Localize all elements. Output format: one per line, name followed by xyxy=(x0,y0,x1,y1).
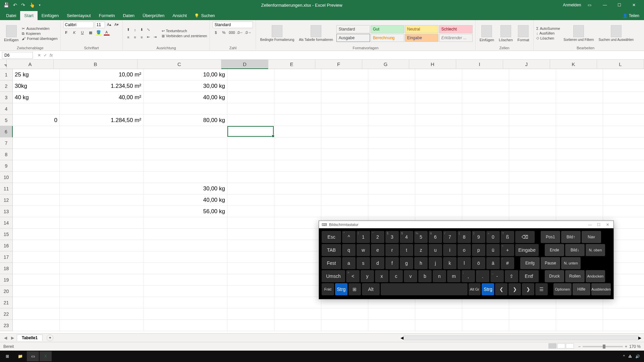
cell[interactable] xyxy=(227,194,274,206)
osk-key[interactable]: o xyxy=(458,244,471,256)
osk-key[interactable]: 8( xyxy=(458,231,471,243)
touch-icon[interactable]: 👆 xyxy=(29,2,35,8)
cell[interactable] xyxy=(227,308,274,320)
osk-key[interactable]: Optionen xyxy=(553,283,572,295)
cell[interactable] xyxy=(603,149,644,160)
cell[interactable] xyxy=(415,183,462,194)
cell[interactable] xyxy=(274,206,321,217)
insert-cells-button[interactable]: Einfügen xyxy=(478,24,495,43)
osk-key[interactable]: Einfg xyxy=(520,257,540,269)
cell[interactable] xyxy=(556,69,603,80)
osk-key[interactable]: ^° xyxy=(342,231,356,243)
cell[interactable] xyxy=(60,286,144,297)
cancel-formula-icon[interactable]: ✕ xyxy=(38,53,41,58)
cell[interactable] xyxy=(227,286,274,297)
style-standard[interactable]: Standard xyxy=(336,25,370,33)
cell[interactable] xyxy=(415,126,462,137)
cell[interactable] xyxy=(462,126,509,137)
osk-key[interactable]: c xyxy=(389,270,403,282)
cell[interactable] xyxy=(368,308,415,320)
osk-key[interactable]: 1! xyxy=(357,231,370,243)
osk-key[interactable]: w xyxy=(357,244,370,256)
cell[interactable] xyxy=(274,274,321,286)
osk-key[interactable]: ❯ xyxy=(508,283,521,295)
cell[interactable] xyxy=(603,194,644,206)
cell[interactable] xyxy=(321,92,368,103)
cell[interactable] xyxy=(274,320,321,331)
select-all-corner[interactable] xyxy=(0,60,7,69)
row-header[interactable]: 22 xyxy=(0,308,13,320)
task-app[interactable]: ▭ xyxy=(27,351,39,361)
cell[interactable] xyxy=(556,80,603,92)
cell[interactable] xyxy=(144,149,227,160)
cell[interactable] xyxy=(274,115,321,126)
row-header[interactable]: 14 xyxy=(0,217,13,229)
zoom-slider[interactable] xyxy=(583,346,623,347)
new-sheet-button[interactable]: + xyxy=(47,335,53,341)
formula-input[interactable] xyxy=(55,52,644,58)
cell[interactable] xyxy=(60,217,144,229)
tab-ansicht[interactable]: Ansicht xyxy=(168,11,191,20)
format-cells-button[interactable]: Format xyxy=(516,24,531,43)
cell[interactable] xyxy=(556,308,603,320)
cell[interactable] xyxy=(509,183,556,194)
row-header[interactable]: 7 xyxy=(0,137,13,149)
cell[interactable] xyxy=(603,308,644,320)
cell[interactable] xyxy=(144,297,227,308)
cell[interactable] xyxy=(509,80,556,92)
osk-key[interactable]: e xyxy=(371,244,384,256)
align-left-icon[interactable]: ≡ xyxy=(125,34,131,40)
cell[interactable] xyxy=(13,263,60,274)
cell[interactable] xyxy=(368,103,415,115)
row-header[interactable]: 23 xyxy=(0,320,13,331)
align-center-icon[interactable]: ≡ xyxy=(132,34,138,40)
cell[interactable] xyxy=(321,80,368,92)
cell[interactable] xyxy=(13,320,60,331)
cell[interactable] xyxy=(60,149,144,160)
osk-key[interactable]: Pause xyxy=(541,257,560,269)
style-eingabe[interactable]: Eingabe xyxy=(405,34,438,42)
font-color-button[interactable]: A xyxy=(104,29,110,36)
cell[interactable]: 0 xyxy=(13,115,60,126)
cell[interactable] xyxy=(603,69,644,80)
cell[interactable] xyxy=(13,251,60,263)
row-header[interactable]: 4 xyxy=(0,103,13,115)
cell[interactable] xyxy=(227,160,274,172)
cell[interactable] xyxy=(556,172,603,183)
osk-key[interactable]: u xyxy=(429,244,442,256)
underline-button[interactable]: U xyxy=(79,29,86,36)
cell[interactable] xyxy=(274,308,321,320)
cell[interactable] xyxy=(227,263,274,274)
cell[interactable] xyxy=(321,172,368,183)
italic-button[interactable]: K xyxy=(71,29,77,36)
cell[interactable] xyxy=(415,172,462,183)
cell[interactable] xyxy=(509,126,556,137)
ribbon-display-icon[interactable]: ▭ xyxy=(588,3,591,7)
cell[interactable] xyxy=(13,274,60,286)
delete-cells-button[interactable]: Löschen xyxy=(497,24,514,43)
osk-key[interactable]: s xyxy=(357,257,370,269)
cell[interactable] xyxy=(462,308,509,320)
cut-button[interactable]: ✂Ausschneiden xyxy=(22,26,57,31)
cell[interactable] xyxy=(415,160,462,172)
osk-key[interactable]: k xyxy=(443,257,457,269)
percent-icon[interactable]: % xyxy=(221,29,227,36)
osk-key[interactable]: Alt xyxy=(362,283,380,295)
osk-key[interactable]: ⌫ xyxy=(515,231,535,243)
cell[interactable] xyxy=(556,320,603,331)
cell[interactable] xyxy=(227,206,274,217)
cell[interactable]: 10,00 kg xyxy=(144,69,227,80)
row-header[interactable]: 21 xyxy=(0,297,13,308)
osk-key[interactable]: 4$ xyxy=(400,231,413,243)
align-right-icon[interactable]: ≡ xyxy=(139,34,145,40)
sheet-nav-next[interactable]: ▶ xyxy=(10,336,15,340)
osk-key[interactable]: ö xyxy=(472,257,485,269)
cell[interactable] xyxy=(415,149,462,160)
osk-key[interactable]: Eingabe xyxy=(515,244,539,256)
cell[interactable] xyxy=(227,80,274,92)
cell[interactable] xyxy=(368,320,415,331)
merge-center-button[interactable]: ⊞Verbinden und zentrieren xyxy=(162,34,207,38)
osk-key[interactable]: Pos1 xyxy=(541,231,560,243)
cell[interactable] xyxy=(13,126,60,137)
cell[interactable] xyxy=(274,103,321,115)
